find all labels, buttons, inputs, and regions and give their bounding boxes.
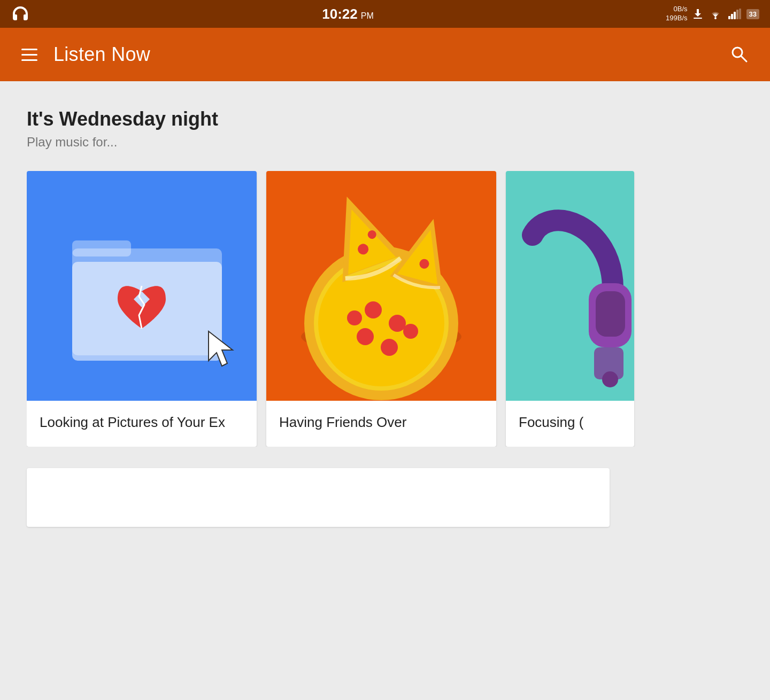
svg-point-18 <box>389 315 406 332</box>
card-label-focusing: Focusing ( <box>506 401 634 447</box>
svg-rect-27 <box>596 291 625 337</box>
card-looking-at-pictures[interactable]: Looking at Pictures of Your Ex <box>27 171 257 447</box>
app-header: Listen Now <box>0 28 770 81</box>
svg-point-29 <box>602 371 618 387</box>
header-left: Listen Now <box>21 43 150 66</box>
svg-line-8 <box>741 56 746 61</box>
card-label-looking-at-pictures: Looking at Pictures of Your Ex <box>27 401 257 447</box>
status-bar: 10:22 PM 0B/s 199B/s 33 <box>0 0 770 28</box>
greeting-section: It's Wednesday night Play music for... <box>27 108 743 150</box>
svg-point-21 <box>403 324 418 339</box>
svg-point-19 <box>357 328 374 345</box>
card-focusing[interactable]: Focusing ( <box>506 171 634 447</box>
status-time: 10:22 <box>322 6 358 22</box>
download-arrow-icon <box>693 8 703 20</box>
data-up: 0B/s <box>666 5 687 14</box>
status-ampm: PM <box>361 11 374 21</box>
menu-button[interactable] <box>21 49 37 61</box>
battery-level: 33 <box>749 10 757 18</box>
svg-point-22 <box>347 310 362 325</box>
cards-row: Looking at Pictures of Your Ex <box>27 171 743 447</box>
card-label-having-friends-over: Having Friends Over <box>266 401 496 447</box>
card-image-headphones <box>506 171 634 401</box>
svg-rect-2 <box>728 16 730 19</box>
headphone-icon <box>11 4 30 24</box>
broken-heart-folder-illustration <box>27 171 257 401</box>
card-image-pizza <box>266 171 496 401</box>
header-title: Listen Now <box>53 43 150 66</box>
status-center: 10:22 PM <box>322 6 374 22</box>
svg-rect-4 <box>734 12 736 19</box>
greeting-subtitle: Play music for... <box>27 135 743 150</box>
battery-indicator: 33 <box>746 9 759 19</box>
svg-rect-10 <box>72 240 131 256</box>
card-image-broken-heart <box>27 171 257 401</box>
status-right: 0B/s 199B/s 33 <box>666 5 759 23</box>
svg-rect-3 <box>731 14 733 19</box>
svg-rect-0 <box>694 18 702 19</box>
headphones-illustration <box>506 171 634 401</box>
svg-point-17 <box>365 301 382 318</box>
search-icon <box>729 44 749 64</box>
menu-line-3 <box>21 59 37 61</box>
svg-point-1 <box>714 17 717 19</box>
menu-line-1 <box>21 49 37 50</box>
main-content: It's Wednesday night Play music for... <box>0 81 770 700</box>
search-button[interactable] <box>729 44 749 65</box>
status-left <box>11 4 30 24</box>
menu-line-2 <box>21 54 37 56</box>
wifi-icon <box>708 8 723 20</box>
svg-point-20 <box>381 339 398 356</box>
data-speeds: 0B/s 199B/s <box>666 5 687 23</box>
data-down: 199B/s <box>666 14 687 23</box>
signal-icon <box>728 9 741 19</box>
greeting-title: It's Wednesday night <box>27 108 743 130</box>
pizza-illustration <box>266 171 496 401</box>
svg-rect-6 <box>739 9 741 19</box>
svg-rect-5 <box>736 10 738 19</box>
bottom-placeholder-card <box>27 468 610 527</box>
card-having-friends-over[interactable]: Having Friends Over <box>266 171 496 447</box>
